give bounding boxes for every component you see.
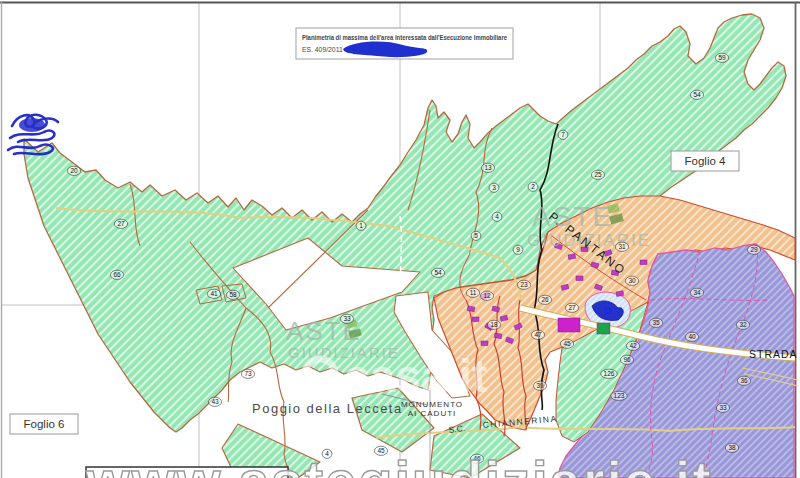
svg-text:20: 20 [70, 167, 78, 174]
foglio4-label: Foglio 4 [685, 155, 727, 167]
building-footprint [640, 260, 647, 265]
svg-text:31: 31 [618, 243, 626, 250]
parcel-number: 43 [208, 397, 221, 406]
svg-text:45: 45 [563, 340, 571, 347]
svg-text:7: 7 [561, 131, 565, 138]
svg-text:59: 59 [718, 54, 726, 61]
monumento-label-2: AI CADUTI [408, 409, 457, 418]
parcel-number: 73 [241, 369, 254, 378]
building-footprint [558, 318, 580, 332]
parcel-number: 3 [489, 183, 499, 192]
title-line1: Planimetria di massima dell'area interes… [302, 34, 507, 41]
svg-text:43: 43 [211, 398, 219, 405]
building-footprint [494, 333, 502, 339]
title-box: Planimetria di massima dell'area interes… [296, 28, 513, 59]
svg-text:27: 27 [568, 304, 576, 311]
svg-text:126: 126 [604, 370, 615, 377]
foglio6-label: Foglio 6 [24, 418, 65, 430]
monumento-label-1: MONUMENTO [401, 400, 463, 409]
svg-text:42: 42 [629, 342, 637, 349]
parcel-number: 13 [481, 163, 494, 172]
watermark-bottom: www.astegiudiziarie.it [85, 449, 713, 478]
parcel-number: 27 [114, 219, 127, 228]
parcel-number: 41 [207, 289, 220, 298]
svg-text:11: 11 [470, 289, 477, 296]
parcel-number: 123 [611, 391, 628, 400]
parcel-number: 47 [531, 330, 544, 339]
building-footprint [467, 306, 475, 312]
svg-text:29: 29 [750, 246, 758, 253]
svg-text:39: 39 [536, 382, 544, 389]
svg-text:58: 58 [229, 291, 237, 298]
parcel-number: 23 [517, 280, 530, 289]
svg-text:1: 1 [359, 222, 363, 229]
watermark-casa-text: casa.it [344, 350, 487, 402]
parcel-number: 40 [685, 332, 698, 341]
svg-text:26: 26 [541, 296, 549, 303]
svg-text:34: 34 [693, 289, 701, 296]
parcel-number: 9 [513, 245, 523, 254]
map-canvas: ASTE GIUDIZIARIE ASTE GIUDIZIARIE casa.i… [0, 0, 800, 478]
svg-text:23: 23 [520, 281, 528, 288]
parcel-number: 33 [340, 314, 353, 323]
parcel-number: 1 [356, 221, 366, 230]
svg-text:4: 4 [495, 213, 499, 220]
svg-text:30: 30 [628, 277, 636, 284]
foglio6-box: Foglio 6 [10, 414, 78, 434]
svg-text:33: 33 [719, 404, 727, 411]
cadastral-map-page: ASTE GIUDIZIARIE ASTE GIUDIZIARIE casa.i… [0, 0, 800, 478]
parcel-number: 36 [737, 376, 750, 385]
parcel-number: 39 [533, 381, 546, 390]
building-footprint [616, 291, 624, 297]
parcel-number: 12 [480, 291, 493, 300]
parcel-number: 31 [615, 242, 628, 251]
svg-text:54: 54 [693, 91, 701, 98]
svg-text:5: 5 [474, 232, 478, 239]
svg-text:54: 54 [434, 269, 442, 276]
parcel-number: 11 [466, 288, 479, 297]
parcel-number: 7 [558, 130, 568, 139]
svg-text:27: 27 [117, 220, 125, 227]
parcel-number: 27 [565, 303, 578, 312]
building-footprint [576, 276, 583, 281]
parcel-number: 29 [747, 245, 760, 254]
svg-text:40: 40 [688, 333, 696, 340]
svg-text:33: 33 [343, 315, 351, 322]
svg-text:32: 32 [739, 321, 747, 328]
parcel-number: 33 [716, 403, 729, 412]
parcel-number: 4 [492, 212, 502, 221]
parcel-number: 25 [591, 170, 604, 179]
svg-text:36: 36 [740, 377, 748, 384]
svg-text:47: 47 [534, 331, 542, 338]
svg-text:18: 18 [490, 321, 498, 328]
svg-text:2: 2 [531, 183, 535, 190]
parcel-number: 34 [690, 288, 703, 297]
parcel-number: 42 [626, 341, 639, 350]
parcel-number: 45 [560, 339, 573, 348]
svg-text:38: 38 [728, 444, 736, 451]
parcel-number: 96 [620, 355, 633, 364]
parcel-number: 2 [528, 182, 538, 191]
svg-text:66: 66 [113, 271, 121, 278]
svg-text:13: 13 [484, 164, 492, 171]
parcel-number: 59 [715, 53, 728, 62]
svg-text:12: 12 [483, 292, 491, 299]
parcel-number: 26 [538, 295, 551, 304]
svg-text:3: 3 [492, 184, 496, 191]
poggio-label: Poggio della Lecceta [252, 401, 403, 416]
parcel-number: 20 [67, 166, 80, 175]
parcel-number: 38 [725, 443, 738, 452]
parcel-number: 35 [649, 318, 662, 327]
svg-text:25: 25 [594, 171, 602, 178]
parcel-number: 58 [226, 290, 239, 299]
parcel-number: 32 [736, 320, 749, 329]
strada-label: STRADA [749, 348, 798, 360]
parcel-number: 5 [471, 231, 481, 240]
svg-text:96: 96 [623, 356, 631, 363]
title-line2: ES. 409/2011 - [302, 46, 347, 53]
parcel-number: 54 [690, 90, 703, 99]
svg-text:35: 35 [652, 319, 660, 326]
building-footprint [603, 306, 613, 315]
svg-text:123: 123 [614, 392, 625, 399]
svg-text:73: 73 [244, 370, 252, 377]
